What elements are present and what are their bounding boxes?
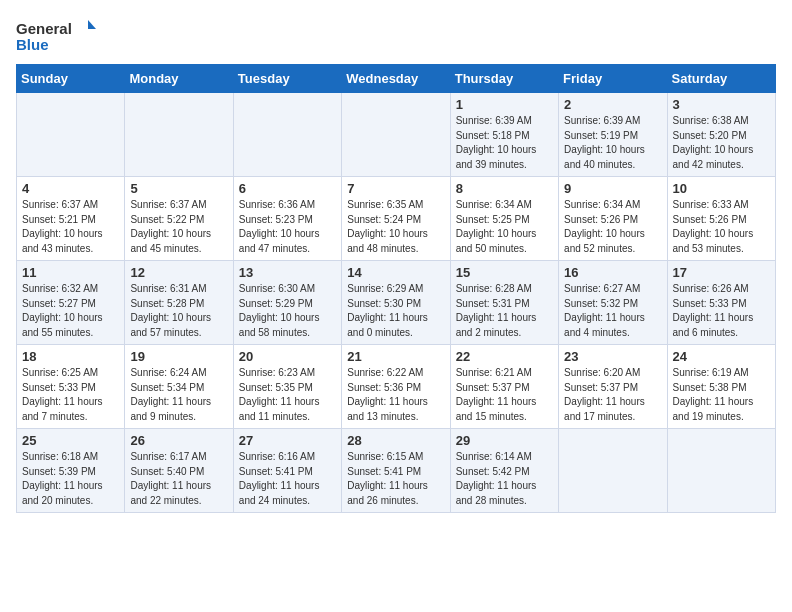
calendar-cell: 19Sunrise: 6:24 AM Sunset: 5:34 PM Dayli…: [125, 345, 233, 429]
day-number: 7: [347, 181, 444, 196]
calendar-cell: 6Sunrise: 6:36 AM Sunset: 5:23 PM Daylig…: [233, 177, 341, 261]
calendar-cell: [559, 429, 667, 513]
day-info: Sunrise: 6:35 AM Sunset: 5:24 PM Dayligh…: [347, 198, 444, 256]
calendar-cell: 4Sunrise: 6:37 AM Sunset: 5:21 PM Daylig…: [17, 177, 125, 261]
calendar-cell: [667, 429, 775, 513]
weekday-header: Sunday: [17, 65, 125, 93]
day-info: Sunrise: 6:28 AM Sunset: 5:31 PM Dayligh…: [456, 282, 553, 340]
calendar-cell: 3Sunrise: 6:38 AM Sunset: 5:20 PM Daylig…: [667, 93, 775, 177]
day-number: 3: [673, 97, 770, 112]
calendar-cell: 22Sunrise: 6:21 AM Sunset: 5:37 PM Dayli…: [450, 345, 558, 429]
calendar-cell: 2Sunrise: 6:39 AM Sunset: 5:19 PM Daylig…: [559, 93, 667, 177]
calendar-cell: [125, 93, 233, 177]
calendar-cell: 25Sunrise: 6:18 AM Sunset: 5:39 PM Dayli…: [17, 429, 125, 513]
day-number: 11: [22, 265, 119, 280]
day-number: 23: [564, 349, 661, 364]
logo-svg: General Blue: [16, 16, 96, 56]
weekday-header: Monday: [125, 65, 233, 93]
svg-marker-1: [88, 20, 96, 29]
calendar-cell: [342, 93, 450, 177]
day-number: 28: [347, 433, 444, 448]
day-info: Sunrise: 6:23 AM Sunset: 5:35 PM Dayligh…: [239, 366, 336, 424]
calendar-cell: 1Sunrise: 6:39 AM Sunset: 5:18 PM Daylig…: [450, 93, 558, 177]
calendar-cell: 18Sunrise: 6:25 AM Sunset: 5:33 PM Dayli…: [17, 345, 125, 429]
day-number: 19: [130, 349, 227, 364]
weekday-header-row: SundayMondayTuesdayWednesdayThursdayFrid…: [17, 65, 776, 93]
day-info: Sunrise: 6:18 AM Sunset: 5:39 PM Dayligh…: [22, 450, 119, 508]
day-number: 26: [130, 433, 227, 448]
day-number: 21: [347, 349, 444, 364]
day-info: Sunrise: 6:15 AM Sunset: 5:41 PM Dayligh…: [347, 450, 444, 508]
day-number: 22: [456, 349, 553, 364]
calendar-cell: 23Sunrise: 6:20 AM Sunset: 5:37 PM Dayli…: [559, 345, 667, 429]
calendar-cell: 16Sunrise: 6:27 AM Sunset: 5:32 PM Dayli…: [559, 261, 667, 345]
day-number: 24: [673, 349, 770, 364]
day-info: Sunrise: 6:14 AM Sunset: 5:42 PM Dayligh…: [456, 450, 553, 508]
calendar-cell: [233, 93, 341, 177]
day-info: Sunrise: 6:26 AM Sunset: 5:33 PM Dayligh…: [673, 282, 770, 340]
day-number: 6: [239, 181, 336, 196]
day-number: 29: [456, 433, 553, 448]
weekday-header: Tuesday: [233, 65, 341, 93]
day-info: Sunrise: 6:37 AM Sunset: 5:22 PM Dayligh…: [130, 198, 227, 256]
day-number: 25: [22, 433, 119, 448]
day-number: 27: [239, 433, 336, 448]
day-info: Sunrise: 6:36 AM Sunset: 5:23 PM Dayligh…: [239, 198, 336, 256]
day-info: Sunrise: 6:33 AM Sunset: 5:26 PM Dayligh…: [673, 198, 770, 256]
day-info: Sunrise: 6:32 AM Sunset: 5:27 PM Dayligh…: [22, 282, 119, 340]
day-info: Sunrise: 6:34 AM Sunset: 5:26 PM Dayligh…: [564, 198, 661, 256]
calendar-week-row: 18Sunrise: 6:25 AM Sunset: 5:33 PM Dayli…: [17, 345, 776, 429]
weekday-header: Saturday: [667, 65, 775, 93]
day-number: 1: [456, 97, 553, 112]
day-info: Sunrise: 6:16 AM Sunset: 5:41 PM Dayligh…: [239, 450, 336, 508]
calendar-cell: 26Sunrise: 6:17 AM Sunset: 5:40 PM Dayli…: [125, 429, 233, 513]
day-info: Sunrise: 6:34 AM Sunset: 5:25 PM Dayligh…: [456, 198, 553, 256]
weekday-header: Thursday: [450, 65, 558, 93]
day-number: 18: [22, 349, 119, 364]
day-number: 5: [130, 181, 227, 196]
day-number: 14: [347, 265, 444, 280]
day-number: 17: [673, 265, 770, 280]
day-number: 10: [673, 181, 770, 196]
calendar-cell: 5Sunrise: 6:37 AM Sunset: 5:22 PM Daylig…: [125, 177, 233, 261]
calendar-cell: 24Sunrise: 6:19 AM Sunset: 5:38 PM Dayli…: [667, 345, 775, 429]
calendar-week-row: 4Sunrise: 6:37 AM Sunset: 5:21 PM Daylig…: [17, 177, 776, 261]
day-info: Sunrise: 6:19 AM Sunset: 5:38 PM Dayligh…: [673, 366, 770, 424]
calendar-cell: [17, 93, 125, 177]
calendar-cell: 11Sunrise: 6:32 AM Sunset: 5:27 PM Dayli…: [17, 261, 125, 345]
calendar-cell: 9Sunrise: 6:34 AM Sunset: 5:26 PM Daylig…: [559, 177, 667, 261]
weekday-header: Wednesday: [342, 65, 450, 93]
day-info: Sunrise: 6:39 AM Sunset: 5:18 PM Dayligh…: [456, 114, 553, 172]
day-number: 15: [456, 265, 553, 280]
header: General Blue: [16, 16, 776, 56]
day-number: 8: [456, 181, 553, 196]
day-info: Sunrise: 6:29 AM Sunset: 5:30 PM Dayligh…: [347, 282, 444, 340]
weekday-header: Friday: [559, 65, 667, 93]
day-number: 20: [239, 349, 336, 364]
calendar-week-row: 1Sunrise: 6:39 AM Sunset: 5:18 PM Daylig…: [17, 93, 776, 177]
day-info: Sunrise: 6:24 AM Sunset: 5:34 PM Dayligh…: [130, 366, 227, 424]
day-info: Sunrise: 6:17 AM Sunset: 5:40 PM Dayligh…: [130, 450, 227, 508]
calendar-cell: 7Sunrise: 6:35 AM Sunset: 5:24 PM Daylig…: [342, 177, 450, 261]
day-number: 16: [564, 265, 661, 280]
calendar-cell: 27Sunrise: 6:16 AM Sunset: 5:41 PM Dayli…: [233, 429, 341, 513]
day-number: 4: [22, 181, 119, 196]
calendar-week-row: 25Sunrise: 6:18 AM Sunset: 5:39 PM Dayli…: [17, 429, 776, 513]
day-info: Sunrise: 6:37 AM Sunset: 5:21 PM Dayligh…: [22, 198, 119, 256]
day-number: 12: [130, 265, 227, 280]
calendar-week-row: 11Sunrise: 6:32 AM Sunset: 5:27 PM Dayli…: [17, 261, 776, 345]
day-info: Sunrise: 6:20 AM Sunset: 5:37 PM Dayligh…: [564, 366, 661, 424]
day-number: 2: [564, 97, 661, 112]
calendar-table: SundayMondayTuesdayWednesdayThursdayFrid…: [16, 64, 776, 513]
day-number: 13: [239, 265, 336, 280]
day-number: 9: [564, 181, 661, 196]
day-info: Sunrise: 6:31 AM Sunset: 5:28 PM Dayligh…: [130, 282, 227, 340]
day-info: Sunrise: 6:25 AM Sunset: 5:33 PM Dayligh…: [22, 366, 119, 424]
svg-text:General: General: [16, 20, 72, 37]
calendar-cell: 8Sunrise: 6:34 AM Sunset: 5:25 PM Daylig…: [450, 177, 558, 261]
calendar-cell: 13Sunrise: 6:30 AM Sunset: 5:29 PM Dayli…: [233, 261, 341, 345]
calendar-cell: 21Sunrise: 6:22 AM Sunset: 5:36 PM Dayli…: [342, 345, 450, 429]
calendar-cell: 15Sunrise: 6:28 AM Sunset: 5:31 PM Dayli…: [450, 261, 558, 345]
calendar-cell: 14Sunrise: 6:29 AM Sunset: 5:30 PM Dayli…: [342, 261, 450, 345]
calendar-cell: 28Sunrise: 6:15 AM Sunset: 5:41 PM Dayli…: [342, 429, 450, 513]
